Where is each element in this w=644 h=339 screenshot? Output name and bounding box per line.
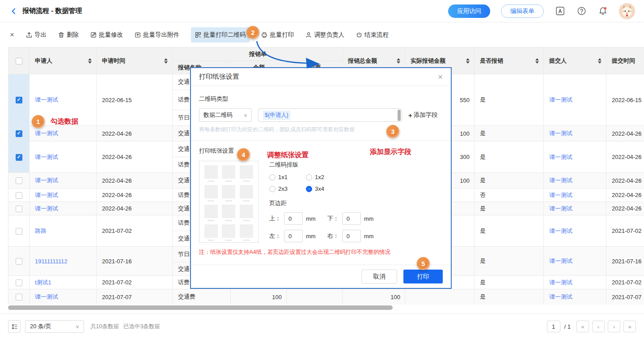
submitter-link[interactable]: 谭一测试 xyxy=(549,177,572,184)
applicant-link[interactable]: 谭一测试 xyxy=(35,293,58,300)
clear-selection-button[interactable]: × xyxy=(10,31,14,39)
back-button[interactable] xyxy=(9,6,19,16)
dialog-title: 打印纸张设置 xyxy=(199,73,239,81)
applicant-link[interactable]: 谭一测试 xyxy=(35,130,58,137)
step-badge-1: 1 xyxy=(32,115,45,128)
row-checkbox[interactable] xyxy=(16,294,22,300)
toolbar-item-batch-edit[interactable]: 批量修改 xyxy=(90,31,123,39)
edit-form-button[interactable]: 编辑表单 xyxy=(501,4,544,18)
col-group-expense-form: 报销单 xyxy=(173,47,343,61)
prev-page-button[interactable]: ‹ xyxy=(592,321,605,332)
toolbar-item-batch-export-attachments[interactable]: 批量导出附件 xyxy=(135,31,179,39)
app-access-button[interactable]: 应用访问 xyxy=(448,4,490,18)
radio-1x1[interactable]: 1x1 xyxy=(269,174,292,180)
qr-type-select[interactable]: 数据二维码 ∨ xyxy=(199,108,252,122)
table-summary: 共10条数据 已选中3条数据 xyxy=(90,323,160,330)
batch-action-toolbar: × 导出 删除 批量修改 批量导出附件 批量打印二维码 批量打印 调整负责人 xyxy=(0,22,644,47)
margin-right-label: 右： xyxy=(327,232,339,240)
display-fields-input[interactable]: ${申请人} xyxy=(258,108,402,122)
toolbar-item-delete[interactable]: 删除 xyxy=(58,31,79,39)
applicant-link[interactable]: 19111111112 xyxy=(35,258,68,265)
print-button[interactable]: 打印 xyxy=(403,270,443,283)
radio-icon xyxy=(269,186,275,192)
step-badge-5: 5 xyxy=(417,257,430,270)
power-icon xyxy=(356,32,362,38)
margin-unit: mm xyxy=(306,215,316,222)
col-header-apply-date[interactable]: 申请时间 xyxy=(97,47,173,74)
applicant-link[interactable]: 谭一测试 xyxy=(35,192,58,198)
current-page-box[interactable]: 1 xyxy=(547,321,560,332)
submitter-link[interactable]: 谭一测试 xyxy=(549,257,572,264)
radio-1x2[interactable]: 1x2 xyxy=(306,174,329,180)
sort-icon xyxy=(164,58,168,64)
radio-icon xyxy=(269,174,275,180)
submitter-link[interactable]: 谭一测试 xyxy=(549,154,572,160)
margin-top-input[interactable] xyxy=(284,212,303,225)
page-margin-label: 页边距 xyxy=(269,199,373,207)
export-attachment-icon xyxy=(135,32,141,38)
margin-unit: mm xyxy=(364,215,374,222)
row-checkbox[interactable] xyxy=(16,154,22,161)
row-checkbox[interactable] xyxy=(16,177,22,184)
step-badge-3: 3 xyxy=(386,125,399,138)
select-all-checkbox[interactable] xyxy=(16,58,22,64)
applicant-link[interactable]: 谭一测试 xyxy=(35,96,58,103)
row-checkbox[interactable] xyxy=(16,279,22,286)
radio-3x4[interactable]: 3x4 xyxy=(306,185,329,192)
page-size-select[interactable]: 20 条/页 ∨ xyxy=(25,320,84,333)
submitter-link[interactable]: 谭一测试 xyxy=(549,192,572,198)
row-checkbox[interactable] xyxy=(16,228,22,235)
toolbar-item-export[interactable]: 导出 xyxy=(26,31,47,39)
applicant-link[interactable]: 谭一测试 xyxy=(35,177,58,184)
submitter-link[interactable]: 谭一测试 xyxy=(549,227,572,234)
submitter-link[interactable]: 谭一测试 xyxy=(549,205,572,212)
cancel-button[interactable]: 取消 xyxy=(361,270,397,283)
step-badge-2: 2 xyxy=(246,26,259,39)
next-page-button[interactable]: › xyxy=(608,321,620,332)
qr-helper-text: 将每条数据打印为对应的二维码，团队成员扫码即可查看对应数据 xyxy=(199,126,443,133)
row-height-icon[interactable] xyxy=(8,320,21,333)
last-page-button[interactable]: » xyxy=(623,321,636,332)
help-icon[interactable] xyxy=(576,6,587,17)
input-scrollbar[interactable] xyxy=(398,110,401,121)
submitter-link[interactable]: 谭一测试 xyxy=(549,279,572,286)
applicant-link[interactable]: 路路 xyxy=(35,227,47,234)
submitter-link[interactable]: 谭一测试 xyxy=(549,96,572,103)
margin-left-input[interactable] xyxy=(284,230,303,242)
user-avatar[interactable] xyxy=(619,3,635,19)
add-field-button[interactable]: + 添加字段 xyxy=(408,111,438,119)
sort-icon xyxy=(466,58,470,64)
translate-icon[interactable] xyxy=(555,6,565,17)
row-checkbox[interactable] xyxy=(16,258,22,265)
col-header-submitter[interactable]: 提交人 xyxy=(544,47,606,74)
row-checkbox[interactable] xyxy=(16,130,22,137)
row-checkbox[interactable] xyxy=(16,97,22,103)
annotation-check-data: 勾选数据 xyxy=(51,117,78,126)
toolbar-item-batch-print[interactable]: 批量打印 xyxy=(261,31,294,39)
toolbar-item-adjust-owner[interactable]: 调整负责人 xyxy=(305,31,344,39)
submitter-link[interactable]: 谭一测试 xyxy=(549,293,572,300)
margin-bottom-input[interactable] xyxy=(342,212,361,225)
row-checkbox[interactable] xyxy=(16,206,22,212)
notification-bell-icon[interactable] xyxy=(597,6,608,17)
margin-unit: mm xyxy=(306,233,316,240)
horizontal-scrollbar[interactable] xyxy=(8,305,393,310)
applicant-link[interactable]: 谭一测试 xyxy=(35,205,58,212)
row-checkbox[interactable] xyxy=(16,192,22,199)
page: 报销流程 - 数据管理 应用访问 编辑表单 × 导出 删除 xyxy=(0,0,644,339)
col-header-reimbursed[interactable]: 是否报销 xyxy=(475,47,544,74)
col-header-applicant[interactable]: 申请人 xyxy=(30,47,97,74)
margin-right-input[interactable] xyxy=(342,230,361,242)
toolbar-item-batch-print-qrcode[interactable]: 批量打印二维码 xyxy=(191,27,250,43)
toolbar-item-end-process[interactable]: 结束流程 xyxy=(356,31,389,39)
qr-layout-label: 二维码排版 xyxy=(269,161,373,169)
close-icon[interactable]: × xyxy=(438,73,443,81)
submitter-link[interactable]: 谭一测试 xyxy=(549,130,572,137)
radio-2x3[interactable]: 2x3 xyxy=(269,185,292,192)
applicant-link[interactable]: 谭一测试 xyxy=(35,154,58,160)
col-header-submit-date[interactable]: 提交时间 xyxy=(606,47,644,74)
chevron-down-icon: ∨ xyxy=(244,112,247,118)
applicant-link[interactable]: t测试1 xyxy=(35,279,51,286)
first-page-button[interactable]: « xyxy=(576,321,589,332)
field-token[interactable]: ${申请人} xyxy=(263,111,290,120)
